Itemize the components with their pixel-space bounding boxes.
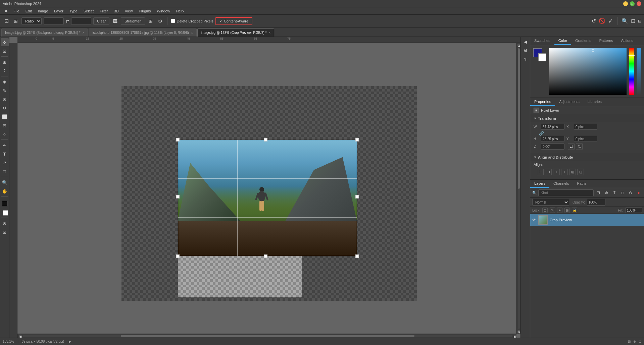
search-icon[interactable]: 🔍 (622, 18, 628, 24)
delete-cropped-checkbox[interactable]: Delete Cropped Pixels (171, 19, 213, 23)
hand-tool[interactable]: ✋ (1, 187, 9, 195)
layers-filter-adj[interactable]: ⊕ (603, 189, 610, 196)
content-aware-button[interactable]: ✓ Content-Aware (215, 17, 252, 25)
background-swatch[interactable] (538, 53, 546, 61)
tab-gradients[interactable]: Gradients (571, 37, 595, 45)
crop-handle-bm[interactable] (264, 254, 267, 258)
clone-tool[interactable]: ⊙ (1, 95, 9, 103)
x-input[interactable] (574, 124, 597, 130)
h-scrollbar-left[interactable]: ◀ (19, 335, 21, 337)
crop-handle-mr[interactable] (355, 195, 359, 198)
v-scrollbar-track[interactable] (518, 48, 520, 329)
menu-3d[interactable]: 3D (111, 8, 121, 14)
zoom-out-icon[interactable]: ⊟ (638, 19, 641, 23)
menu-plugins[interactable]: Plugins (136, 8, 153, 14)
menu-window[interactable]: Window (154, 8, 173, 14)
blend-mode-select[interactable]: Normal (532, 199, 569, 206)
minimize-button[interactable]: − (623, 1, 628, 6)
h-scrollbar-right[interactable]: ▶ (514, 335, 516, 337)
align-bottom[interactable]: ⊟ (577, 169, 584, 175)
menu-image[interactable]: Image (35, 8, 51, 14)
crop-handle-tr[interactable] (355, 138, 359, 141)
settings-icon[interactable]: ⚙ (156, 17, 164, 25)
pen-tool[interactable]: ✒ (1, 141, 9, 149)
tab-actions[interactable]: Actions (617, 37, 637, 45)
tab-swatches[interactable]: Swatches (530, 37, 554, 45)
opacity-strip[interactable] (637, 48, 641, 95)
crop-handle-br[interactable] (355, 254, 359, 258)
menu-type[interactable]: Type (67, 8, 80, 14)
color-gradient[interactable] (549, 48, 627, 95)
clear-button[interactable]: Clear (93, 17, 109, 25)
tab-properties[interactable]: Properties (530, 98, 555, 106)
h-scrollbar[interactable]: ◀ ▶ (17, 334, 516, 338)
layers-search-input[interactable] (538, 189, 594, 196)
tab-2[interactable]: image.jpg @ 133% (Crop Preview, RGB/8) *… (197, 28, 275, 37)
eyedropper-tool[interactable]: ⌇ (1, 67, 9, 75)
align-distribute-header[interactable]: ▼ Align and Distribute (530, 153, 644, 161)
fill-input[interactable] (625, 208, 642, 213)
flip-v-icon[interactable]: ⇅ (576, 143, 583, 150)
y-input[interactable] (574, 136, 597, 142)
tab-color[interactable]: Color (554, 37, 571, 45)
lock-pixels-btn[interactable]: ⊡ (542, 208, 548, 213)
history-brush-tool[interactable]: ↺ (1, 104, 9, 112)
tab-1[interactable]: istockphoto-1350008705-170667a.jpg @ 118… (89, 28, 196, 37)
collapse-icon[interactable]: ◀ (522, 38, 529, 46)
tab-adjustments[interactable]: Adjustments (555, 98, 584, 106)
layers-filter-type[interactable]: T (611, 189, 618, 196)
v-scrollbar-up[interactable]: ▲ (517, 44, 520, 46)
menu-ps[interactable]: ◆ (2, 8, 10, 14)
h-scrollbar-track[interactable] (23, 335, 512, 337)
layer-item-crop-preview[interactable]: 👁 Crop Preview (530, 214, 644, 226)
layers-filter-toggle[interactable]: ● (635, 189, 642, 196)
v-scrollbar[interactable]: ▲ ▼ (516, 43, 521, 334)
selection-tool[interactable]: ⊡ (1, 47, 9, 55)
hue-strip[interactable] (629, 48, 634, 95)
frame-tool[interactable]: ⊡ (1, 228, 9, 236)
menu-layer[interactable]: Layer (51, 8, 66, 14)
tab-paths[interactable]: Paths (573, 180, 591, 188)
menu-edit[interactable]: Edit (23, 8, 35, 14)
menu-file[interactable]: File (11, 8, 22, 14)
menu-filter[interactable]: Filter (97, 8, 110, 14)
v-scrollbar-thumb[interactable] (518, 48, 520, 189)
path-select-tool[interactable]: ↗ (1, 159, 9, 167)
tab-2-close[interactable]: × (269, 31, 271, 35)
height-input[interactable] (71, 17, 91, 25)
color-gradient-handle[interactable] (592, 49, 594, 52)
confirm-icon[interactable]: ✓ (608, 17, 613, 25)
layer-visibility-icon[interactable]: 👁 (532, 218, 536, 222)
close-button[interactable]: × (637, 1, 641, 6)
align-left[interactable]: ⊢ (537, 169, 544, 175)
tab-channels[interactable]: Channels (549, 180, 573, 188)
align-top[interactable]: ⊥ (561, 169, 568, 175)
tab-0-close[interactable]: × (83, 31, 85, 35)
dodge-tool[interactable]: ○ (1, 130, 9, 138)
layers-filter-pixel[interactable]: ⊡ (595, 189, 602, 196)
tab-1-close[interactable]: × (191, 31, 193, 35)
transform-section-header[interactable]: ▼ Transform (530, 114, 644, 122)
healing-tool[interactable]: ⊕ (1, 78, 9, 86)
h-input[interactable] (541, 136, 564, 142)
lock-all-btn[interactable]: 🔒 (572, 208, 577, 213)
straighten-button[interactable]: Straighten (121, 17, 145, 25)
lock-position-btn[interactable]: + (557, 208, 562, 213)
brush-tool[interactable]: ✎ (1, 87, 9, 95)
crop-handle-ml[interactable] (176, 195, 180, 198)
menu-view[interactable]: View (122, 8, 136, 14)
layers-filter-shape[interactable]: □ (619, 189, 626, 196)
align-center-v[interactable]: ⊞ (569, 169, 576, 175)
text-tool[interactable]: T (1, 150, 9, 158)
history-icon[interactable]: ↺ (592, 18, 596, 24)
tab-libraries[interactable]: Libraries (584, 98, 606, 106)
menu-select[interactable]: Select (81, 8, 97, 14)
cancel-icon[interactable]: 🚫 (599, 18, 605, 24)
maximize-button[interactable]: □ (630, 1, 635, 6)
shape-tool[interactable]: □ (1, 167, 9, 175)
opacity-input[interactable] (587, 199, 605, 206)
canvas-area[interactable]: 0 5 15 25 35 45 55 65 75 (9, 37, 521, 338)
hue-handle[interactable] (629, 55, 635, 56)
link-icon[interactable]: 🔗 (539, 131, 544, 136)
crop-handle-tm[interactable] (264, 138, 267, 141)
